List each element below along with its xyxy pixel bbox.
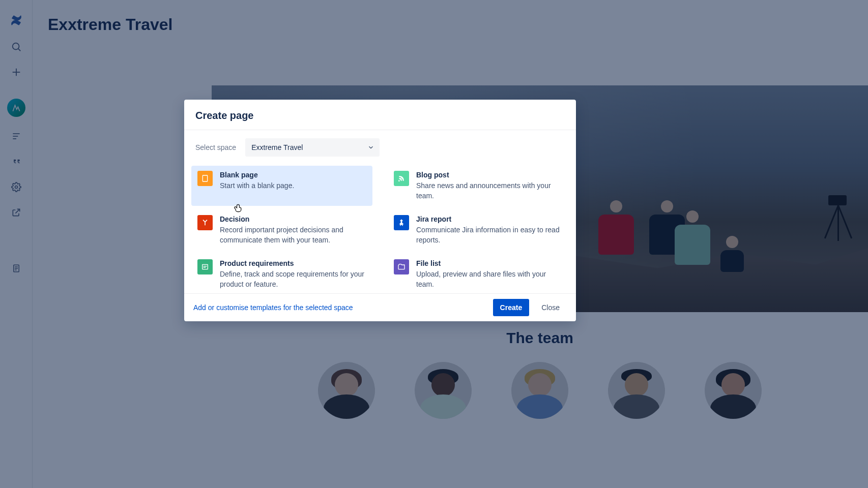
space-row: Select space Exxtreme Travel — [184, 130, 576, 157]
template-name: Jira report — [416, 215, 563, 223]
create-button[interactable]: Create — [493, 299, 530, 316]
template-decision[interactable]: DecisionRecord important project decisio… — [191, 210, 372, 250]
space-selected-value: Exxtreme Travel — [251, 143, 303, 151]
dialog-header: Create page — [184, 100, 576, 130]
template-blank[interactable]: Blank pageStart with a blank page. — [191, 166, 372, 206]
template-desc: Define, track and scope requirements for… — [220, 269, 366, 289]
dialog-footer: Add or customise templates for the selec… — [184, 293, 576, 321]
space-label: Select space — [195, 143, 236, 151]
template-name: Blank page — [220, 171, 366, 179]
template-icon — [394, 259, 409, 274]
create-page-dialog: Create page Select space Exxtreme Travel… — [184, 100, 576, 321]
template-icon — [197, 215, 213, 230]
template-desc: Record important project decisions and c… — [220, 225, 366, 245]
template-desc: Communicate Jira information in easy to … — [416, 225, 563, 245]
template-prodreq[interactable]: Product requirementsDefine, track and sc… — [191, 254, 372, 293]
template-name: Blog post — [416, 171, 563, 179]
template-grid: Blank pageStart with a blank page.Blog p… — [184, 157, 576, 293]
dialog-title: Create page — [195, 110, 565, 121]
template-desc: Start with a blank page. — [220, 181, 366, 191]
template-name: Product requirements — [220, 259, 366, 267]
template-icon — [197, 171, 213, 186]
svg-rect-12 — [202, 175, 207, 181]
template-jira[interactable]: Jira reportCommunicate Jira information … — [388, 210, 569, 250]
template-blog[interactable]: Blog postShare news and announcements wi… — [388, 166, 569, 206]
svg-rect-13 — [202, 265, 208, 269]
template-desc: Upload, preview and share files with you… — [416, 269, 563, 289]
customize-templates-link[interactable]: Add or customise templates for the selec… — [193, 303, 353, 312]
template-icon — [197, 259, 213, 274]
template-icon — [394, 215, 409, 230]
template-desc: Share news and announcements with your t… — [416, 181, 563, 201]
chevron-down-icon — [367, 144, 374, 151]
template-file[interactable]: File listUpload, preview and share files… — [388, 254, 569, 293]
template-name: Decision — [220, 215, 366, 223]
template-name: File list — [416, 259, 563, 267]
close-button[interactable]: Close — [534, 299, 567, 316]
template-icon — [394, 171, 409, 186]
space-select[interactable]: Exxtreme Travel — [245, 138, 380, 157]
